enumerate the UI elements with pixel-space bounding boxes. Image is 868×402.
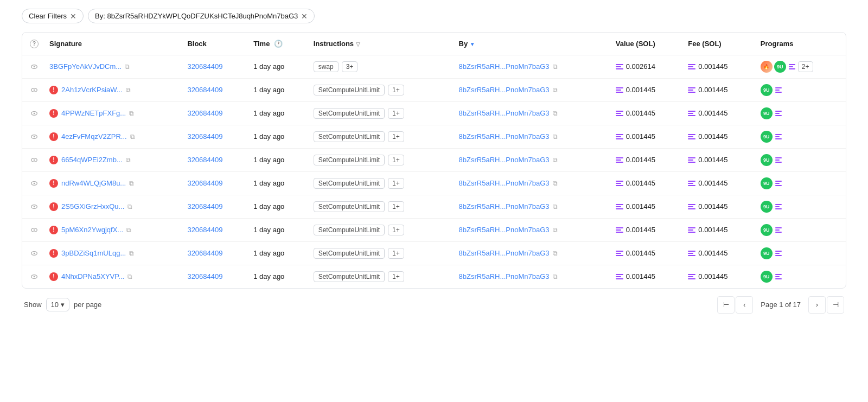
eye-icon[interactable] — [30, 179, 39, 188]
copy-icon[interactable]: ⧉ — [125, 63, 130, 71]
th-question[interactable]: ? — [22, 33, 44, 55]
instruction-count-badge[interactable]: 1+ — [388, 178, 404, 189]
eye-icon[interactable] — [30, 249, 39, 258]
active-filter-chip[interactable]: By: 8bZsrR5aRHDZYkWPLQoDFZUKsHCTeJ8uqhPn… — [88, 9, 315, 23]
by-address-link[interactable]: 8bZsrR5aRH...PnoMn7baG3 — [459, 202, 550, 210]
copy-by-icon[interactable]: ⧉ — [553, 156, 558, 164]
programs-count-badge[interactable]: 2+ — [798, 61, 813, 72]
instruction-badge[interactable]: SetComputeUnitLimit — [314, 108, 385, 119]
copy-icon[interactable]: ⧉ — [126, 226, 131, 234]
lines-program-icon[interactable] — [774, 180, 783, 187]
block-link[interactable]: 320684409 — [187, 179, 222, 187]
copy-icon[interactable]: ⧉ — [126, 86, 131, 94]
signature-link[interactable]: 2S5GXiGrzHxxQu... — [61, 202, 124, 210]
metaplex-program-icon[interactable]: 🔥 — [761, 61, 773, 73]
copy-by-icon[interactable]: ⧉ — [553, 86, 558, 94]
copy-icon[interactable]: ⧉ — [127, 273, 132, 280]
instruction-count-badge[interactable]: 1+ — [388, 155, 404, 165]
eye-cell[interactable] — [22, 125, 44, 148]
by-address-link[interactable]: 8bZsrR5aRH...PnoMn7baG3 — [459, 62, 550, 71]
signature-link[interactable]: 3BGFpYeAkVJvDCm... — [49, 62, 122, 71]
copy-icon[interactable]: ⧉ — [129, 250, 134, 257]
block-link[interactable]: 320684409 — [187, 62, 222, 71]
instruction-badge[interactable]: SetComputeUnitLimit — [314, 131, 385, 142]
by-address-link[interactable]: 8bZsrR5aRH...PnoMn7baG3 — [459, 226, 550, 234]
signature-link[interactable]: 4PPWzNETpFXFg... — [61, 109, 126, 117]
lines-program-icon[interactable] — [774, 133, 783, 141]
eye-cell[interactable] — [22, 241, 44, 265]
9u-program-icon[interactable]: 9U — [761, 131, 773, 143]
copy-icon[interactable]: ⧉ — [127, 203, 132, 210]
eye-icon[interactable] — [30, 132, 39, 141]
instruction-badge[interactable]: swap — [314, 61, 339, 72]
lines-program-icon[interactable] — [774, 203, 783, 210]
eye-cell[interactable] — [22, 218, 44, 241]
instruction-count-badge[interactable]: 1+ — [388, 131, 404, 142]
eye-cell[interactable] — [22, 265, 44, 288]
9u-program-icon[interactable]: 9U — [761, 247, 773, 259]
copy-icon[interactable]: ⧉ — [130, 133, 135, 141]
by-filter-icon[interactable]: ▼ — [470, 41, 475, 47]
eye-icon[interactable] — [30, 109, 39, 118]
9u-program-icon[interactable]: 9U — [761, 224, 773, 236]
copy-by-icon[interactable]: ⧉ — [553, 110, 558, 117]
lines-program-icon[interactable] — [774, 250, 783, 257]
lines-program-icon[interactable] — [774, 86, 783, 94]
lines-program-icon[interactable] — [774, 110, 783, 117]
lines-program-icon[interactable] — [774, 156, 783, 164]
instruction-badge[interactable]: SetComputeUnitLimit — [314, 155, 385, 165]
instruction-badge[interactable]: SetComputeUnitLimit — [314, 85, 385, 95]
copy-by-icon[interactable]: ⧉ — [553, 133, 558, 141]
by-address-link[interactable]: 8bZsrR5aRH...PnoMn7baG3 — [459, 249, 550, 257]
9u-program-icon[interactable]: 9U — [761, 271, 773, 283]
copy-by-icon[interactable]: ⧉ — [553, 273, 558, 280]
instruction-badge[interactable]: SetComputeUnitLimit — [314, 201, 385, 212]
signature-link[interactable]: 5pM6Xn2YwgjqfX... — [61, 226, 123, 234]
block-link[interactable]: 320684409 — [187, 86, 222, 94]
copy-by-icon[interactable]: ⧉ — [553, 226, 558, 234]
eye-icon[interactable] — [30, 202, 39, 211]
clear-filters-close-icon[interactable]: ✕ — [70, 12, 76, 20]
block-link[interactable]: 320684409 — [187, 202, 222, 210]
signature-link[interactable]: ndRw4WLQjGM8u... — [61, 179, 126, 187]
block-link[interactable]: 320684409 — [187, 272, 222, 280]
instruction-badge[interactable]: SetComputeUnitLimit — [314, 178, 385, 189]
eye-icon[interactable] — [30, 62, 39, 71]
copy-icon[interactable]: ⧉ — [129, 110, 134, 117]
by-address-link[interactable]: 8bZsrR5aRH...PnoMn7baG3 — [459, 109, 550, 117]
by-address-link[interactable]: 8bZsrR5aRH...PnoMn7baG3 — [459, 272, 550, 280]
block-link[interactable]: 320684409 — [187, 109, 222, 117]
9u-program-icon[interactable]: 9U — [761, 201, 773, 213]
eye-icon[interactable] — [30, 156, 39, 164]
instruction-count-badge[interactable]: 1+ — [388, 201, 404, 212]
instruction-count-badge[interactable]: 1+ — [388, 271, 404, 282]
instructions-filter-icon[interactable]: ▽ — [356, 41, 360, 47]
by-address-link[interactable]: 8bZsrR5aRH...PnoMn7baG3 — [459, 156, 550, 164]
signature-link[interactable]: 4NhxDPNa5XYVP... — [61, 272, 124, 280]
copy-by-icon[interactable]: ⧉ — [553, 180, 558, 187]
th-time[interactable]: Time 🕐 — [248, 33, 308, 55]
clear-filters-chip[interactable]: Clear Filters ✕ — [22, 9, 84, 23]
lines-program-icon[interactable] — [774, 226, 783, 234]
th-instructions[interactable]: Instructions ▽ — [308, 33, 454, 55]
block-link[interactable]: 320684409 — [187, 249, 222, 257]
instruction-count-badge[interactable]: 1+ — [388, 85, 404, 95]
last-page-button[interactable]: ⊣ — [827, 296, 844, 314]
active-filter-close-icon[interactable]: ✕ — [301, 12, 308, 20]
9u-program-icon[interactable]: 9U — [761, 177, 773, 189]
instruction-count-badge[interactable]: 1+ — [388, 248, 404, 259]
block-link[interactable]: 320684409 — [187, 156, 222, 164]
instruction-count-badge[interactable]: 3+ — [342, 61, 358, 72]
instruction-badge[interactable]: SetComputeUnitLimit — [314, 225, 385, 235]
time-clock-icon[interactable]: 🕐 — [274, 40, 283, 48]
copy-by-icon[interactable]: ⧉ — [553, 203, 558, 210]
signature-link[interactable]: 6654qWPEi2Zmb... — [61, 156, 123, 164]
instruction-count-badge[interactable]: 1+ — [388, 108, 404, 119]
copy-by-icon[interactable]: ⧉ — [553, 63, 558, 71]
signature-link[interactable]: 3pBDZiSq1mULqg... — [61, 249, 126, 257]
lines-program-icon[interactable] — [774, 273, 783, 280]
9u-program-icon[interactable]: 9U — [761, 154, 773, 166]
question-mark-icon[interactable]: ? — [30, 40, 39, 48]
next-page-button[interactable]: › — [808, 296, 826, 314]
block-link[interactable]: 320684409 — [187, 226, 222, 234]
